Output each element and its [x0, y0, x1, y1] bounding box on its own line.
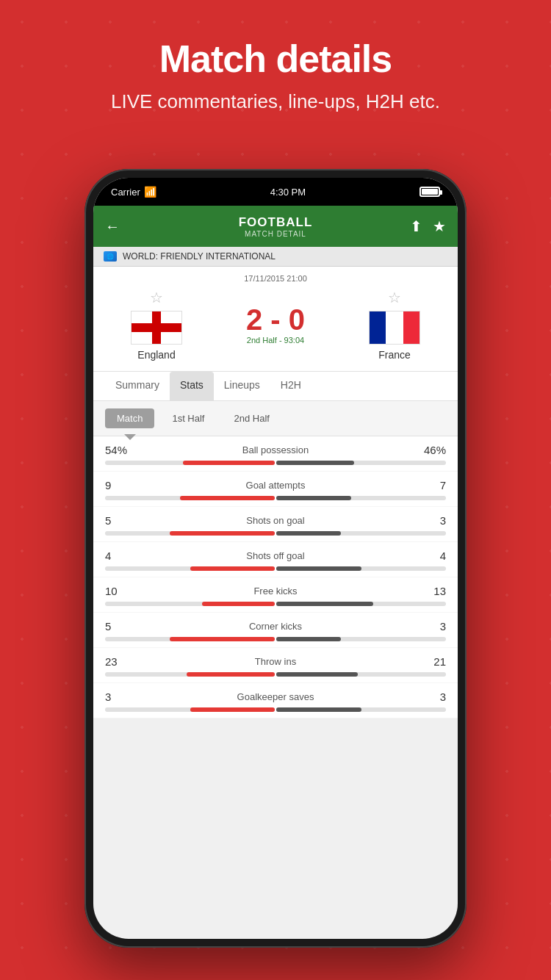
tab-summary[interactable]: Summary — [105, 372, 170, 400]
stat-bars — [105, 672, 446, 677]
score-row: ☆ England 2 - 0 2nd Half - 93:04 — [105, 289, 446, 361]
tabs-bar: Summary Stats Lineups H2H — [93, 372, 458, 401]
stat-right-value: 3 — [417, 620, 446, 633]
time-display: 4:30 PM — [270, 187, 306, 198]
stat-bars — [105, 461, 446, 465]
stat-header: 9 Goal attempts 7 — [105, 479, 446, 491]
phone-frame: Carrier 📶 4:30 PM ← FOOTBALL MATCH DETAI… — [84, 169, 467, 948]
bar-right-fill — [276, 496, 351, 500]
phone-screen: Carrier 📶 4:30 PM ← FOOTBALL MATCH DETAI… — [93, 178, 458, 939]
svg-rect-4 — [386, 311, 403, 344]
bar-right-bg — [276, 707, 446, 712]
app-subtitle: MATCH DETAIL — [239, 230, 313, 238]
bar-right-fill — [276, 637, 341, 641]
app-header: ← FOOTBALL MATCH DETAIL ⬆ ★ — [93, 206, 458, 247]
bar-left-bg — [105, 496, 275, 500]
match-score-section: 17/11/2015 21:00 ☆ England — [93, 267, 458, 372]
stat-left-value: 10 — [105, 585, 134, 597]
stat-label: Shots on goal — [134, 515, 417, 526]
bar-right-fill — [276, 566, 361, 571]
bar-left-fill — [190, 707, 276, 712]
stat-header: 5 Corner kicks 3 — [105, 620, 446, 633]
stat-row: 4 Shots off goal 4 — [93, 542, 458, 577]
stat-label: Throw ins — [134, 656, 417, 667]
stat-header: 23 Throw ins 21 — [105, 655, 446, 668]
stat-row: 5 Shots on goal 3 — [93, 507, 458, 541]
stat-bars — [105, 566, 446, 571]
svg-rect-3 — [370, 311, 386, 344]
sub-tab-match[interactable]: Match — [105, 408, 154, 428]
stat-label: Ball possession — [134, 444, 417, 455]
away-team-name: France — [378, 349, 411, 361]
battery-icon — [419, 187, 440, 197]
stat-header: 5 Shots on goal 3 — [105, 514, 446, 527]
bar-right-bg — [276, 602, 446, 606]
bar-right-fill — [276, 672, 358, 677]
page-subtitle: LIVE commentaries, line-ups, H2H etc. — [29, 90, 522, 115]
stat-label: Shots off goal — [134, 550, 417, 561]
stat-bars — [105, 531, 446, 536]
sub-tab-2nd-half[interactable]: 2nd Half — [222, 408, 281, 428]
share-button[interactable]: ⬆ — [410, 217, 422, 235]
bar-left-bg — [105, 707, 275, 712]
tab-stats[interactable]: Stats — [170, 372, 214, 400]
bar-right-bg — [276, 496, 446, 500]
competition-bar: 🌐 WORLD: FRIENDLY INTERNATIONAL — [93, 247, 458, 267]
stat-right-value: 21 — [417, 655, 446, 668]
stat-bars — [105, 637, 446, 641]
home-team-flag — [131, 311, 182, 345]
stat-bars — [105, 496, 446, 500]
stat-row: 10 Free kicks 13 — [93, 577, 458, 612]
svg-rect-5 — [403, 311, 419, 344]
bar-left-bg — [105, 602, 275, 606]
stat-bars — [105, 602, 446, 606]
stat-right-value: 3 — [417, 514, 446, 527]
home-star[interactable]: ☆ — [150, 289, 163, 306]
stat-header: 3 Goalkeeper saves 3 — [105, 691, 446, 703]
stat-left-value: 3 — [105, 691, 134, 703]
stat-row: 54% Ball possession 46% — [93, 436, 458, 471]
app-header-center: FOOTBALL MATCH DETAIL — [239, 215, 313, 238]
bar-left-bg — [105, 566, 275, 571]
bar-right-bg — [276, 637, 446, 641]
stat-header: 54% Ball possession 46% — [105, 444, 446, 456]
bar-left-fill — [183, 461, 275, 465]
match-score: 2 - 0 — [208, 305, 343, 334]
stat-header: 4 Shots off goal 4 — [105, 550, 446, 562]
bar-right-bg — [276, 461, 446, 465]
tab-h2h[interactable]: H2H — [270, 372, 311, 400]
stat-header: 10 Free kicks 13 — [105, 585, 446, 597]
france-flag-svg — [370, 311, 419, 344]
bar-left-fill — [190, 566, 276, 571]
stat-bars — [105, 707, 446, 712]
home-team-name: England — [137, 349, 175, 361]
back-button[interactable]: ← — [105, 218, 120, 235]
home-team: ☆ England — [105, 289, 208, 361]
bar-right-fill — [276, 602, 373, 606]
bar-right-fill — [276, 707, 361, 712]
sub-tab-1st-half[interactable]: 1st Half — [160, 408, 216, 428]
bar-left-fill — [170, 531, 275, 536]
competition-flag: 🌐 — [104, 251, 117, 262]
favorite-button[interactable]: ★ — [433, 217, 446, 235]
stat-left-value: 5 — [105, 514, 134, 527]
bar-left-bg — [105, 531, 275, 536]
bar-right-bg — [276, 672, 446, 677]
bar-right-fill — [276, 461, 354, 465]
bar-left-fill — [170, 637, 275, 641]
bar-left-fill — [180, 496, 275, 500]
bar-left-bg — [105, 461, 275, 465]
match-date: 17/11/2015 21:00 — [105, 274, 446, 283]
bar-left-bg — [105, 637, 275, 641]
tab-lineups[interactable]: Lineups — [214, 372, 270, 400]
app-title: FOOTBALL — [239, 215, 313, 230]
bar-right-bg — [276, 566, 446, 571]
away-star[interactable]: ☆ — [388, 289, 401, 306]
carrier-text: Carrier 📶 — [111, 186, 156, 198]
page-header: Match details LIVE commentaries, line-up… — [0, 0, 551, 137]
stat-label: Goalkeeper saves — [134, 691, 417, 702]
stat-right-value: 4 — [417, 550, 446, 562]
stat-row: 23 Throw ins 21 — [93, 648, 458, 682]
stat-label: Free kicks — [134, 586, 417, 597]
stats-content: 54% Ball possession 46% 9 Goal attempts … — [93, 436, 458, 718]
